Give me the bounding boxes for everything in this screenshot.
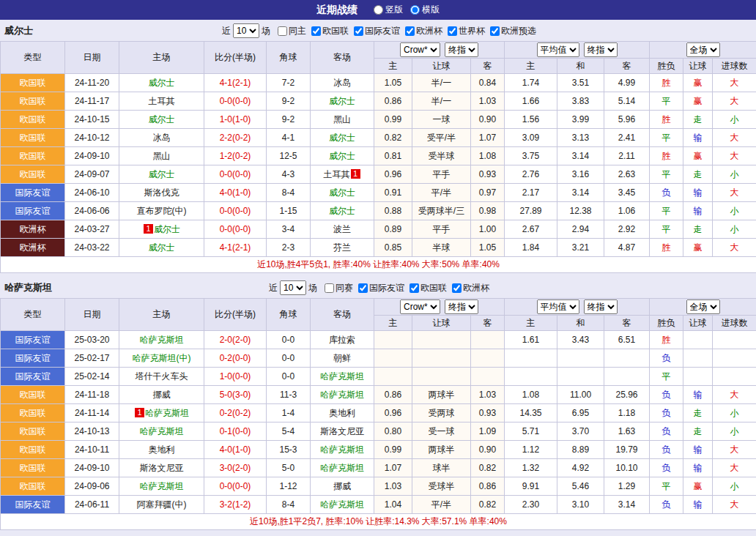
layout-radio-input-0[interactable]	[374, 5, 383, 15]
filter-checkbox-0[interactable]: 同赛	[325, 282, 353, 294]
subcol-avg-draw: 和	[557, 316, 604, 331]
corner-cell: 1-12	[267, 477, 311, 496]
match-count-select[interactable]: 10	[280, 280, 306, 295]
filter-checkbox-input-1[interactable]	[358, 283, 368, 293]
odds-stage-select[interactable]: 终指	[445, 299, 478, 314]
filter-checkbox-input-1[interactable]	[311, 26, 321, 36]
bookmaker-select[interactable]: Crow*	[400, 42, 440, 57]
team-name-text: 哈萨克斯坦	[145, 408, 189, 418]
avg-home-cell: 1.08	[505, 386, 557, 404]
layout-radio-input-1[interactable]	[410, 5, 420, 15]
result-goals-cell: 大	[713, 459, 756, 477]
date-cell: 24-10-12	[65, 129, 119, 147]
topbar: 近期战绩 竖版横版	[0, 0, 756, 20]
avg-draw-cell: 3.13	[557, 129, 604, 147]
average-select[interactable]: 平均值	[537, 299, 579, 314]
avg-draw-cell: 3.83	[557, 92, 604, 111]
avg-away-cell: 5.14	[604, 92, 650, 111]
result-goals-cell: 小	[713, 220, 756, 239]
result-handicap-cell	[683, 368, 713, 386]
home-team-cell: 塔什干火车头	[119, 368, 204, 386]
odds-away-cell: 0.82	[471, 496, 505, 514]
league-cell: 国际友谊	[1, 202, 65, 220]
table-row: 欧国联24-10-11奥地利4-0(1-0)15-3哈萨克斯坦0.99两球半0.…	[1, 441, 756, 459]
subcol-odds-home: 主	[374, 59, 412, 74]
average-stage-select[interactable]: 终指	[584, 42, 618, 57]
average-stage-select[interactable]: 终指	[584, 299, 618, 314]
team-name-text: 威尔士	[154, 224, 180, 234]
match-count-select[interactable]: 10	[233, 23, 259, 38]
date-cell: 24-03-22	[65, 239, 119, 257]
team-name-text: 威尔士	[149, 114, 175, 124]
team-name-text: 挪威	[333, 481, 351, 491]
result-wdl-cell: 胜	[650, 239, 683, 257]
odds-away-cell: 1.05	[471, 239, 505, 257]
away-team-cell: 朝鲜	[311, 349, 374, 368]
filter-checkbox-input-3[interactable]	[405, 26, 415, 36]
filter-checkbox-2[interactable]: 国际友谊	[354, 25, 400, 37]
filter-checkbox-5[interactable]: 欧洲预选	[490, 25, 536, 37]
team-name-text: 朝鲜	[333, 353, 351, 363]
home-team-cell: 奥地利	[119, 441, 204, 459]
league-cell: 国际友谊	[1, 368, 65, 386]
odds-away-cell: 0.90	[471, 441, 505, 459]
odds-away-cell: 0.93	[471, 165, 505, 184]
date-cell: 24-03-27	[65, 220, 119, 239]
result-goals-cell: 小	[713, 165, 756, 184]
league-cell: 欧洲杯	[1, 239, 65, 257]
filter-checkbox-4[interactable]: 世界杯	[448, 25, 485, 37]
avg-away-cell: 25.96	[604, 386, 650, 404]
date-cell: 24-09-07	[65, 165, 119, 184]
filter-bar: 近10场同主欧国联国际友谊欧洲杯世界杯欧洲预选	[0, 23, 756, 38]
team-name-text: 奥地利	[149, 444, 175, 455]
result-wdl-cell: 平	[650, 202, 683, 220]
avg-away-cell: 1.06	[604, 202, 650, 220]
avg-home-cell: 1.66	[505, 92, 557, 111]
filter-checkbox-input-5[interactable]	[490, 26, 500, 36]
bookmaker-select[interactable]: Crow*	[400, 299, 440, 314]
filter-checkbox-1[interactable]: 欧国联	[311, 25, 349, 37]
avg-draw-cell: 3.14	[557, 184, 604, 202]
filter-checkbox-input-0[interactable]	[278, 26, 287, 36]
layout-radio-0[interactable]: 竖版	[374, 4, 403, 16]
red-card-badge: 1	[351, 169, 360, 179]
result-wdl-cell: 负	[650, 459, 683, 477]
team-name-text: 哈萨克斯坦	[140, 426, 184, 436]
filter-checkbox-input-2[interactable]	[410, 283, 419, 293]
filter-checkbox-input-2[interactable]	[354, 26, 363, 36]
odds-away-cell: 1.00	[471, 220, 505, 239]
filter-checkbox-0[interactable]: 同主	[278, 25, 306, 37]
league-cell: 欧国联	[1, 111, 65, 129]
avg-away-cell: 6.51	[604, 331, 650, 349]
odds-stage-select[interactable]: 终指	[445, 42, 478, 57]
date-cell: 24-06-06	[65, 202, 119, 220]
avg-draw-cell: 5.46	[557, 477, 604, 496]
league-cell: 国际友谊	[1, 496, 65, 514]
away-team-cell: 黑山	[311, 111, 374, 129]
result-wdl-cell: 平	[650, 165, 683, 184]
avg-draw-cell: 6.95	[557, 404, 604, 423]
filter-checkbox-input-4[interactable]	[448, 26, 457, 36]
scope-select[interactable]: 全场	[686, 299, 720, 314]
layout-radio-1[interactable]: 横版	[410, 4, 440, 16]
filter-checkbox-input-0[interactable]	[325, 283, 334, 293]
summary-row: 近10场,胜4平5负1, 胜率:40% 让胜率:40% 大率:50% 单率:40…	[1, 257, 756, 273]
score-cell: 0-0(0-0)	[204, 220, 267, 239]
avg-draw-cell: 4.92	[557, 459, 604, 477]
filter-checkbox-3[interactable]: 欧洲杯	[405, 25, 442, 37]
filter-checkbox-input-3[interactable]	[452, 283, 462, 293]
result-goals-cell	[713, 368, 756, 386]
avg-draw-cell: 12.38	[557, 202, 604, 220]
avg-away-cell	[604, 349, 650, 368]
average-select[interactable]: 平均值	[537, 42, 579, 57]
subcol-avg-home: 主	[505, 316, 557, 331]
avg-draw-cell	[557, 349, 604, 368]
odds-handicap-cell: 半球	[412, 239, 471, 257]
scope-select[interactable]: 全场	[686, 42, 720, 57]
filter-checkbox-1[interactable]: 国际友谊	[358, 282, 404, 294]
odds-handicap-cell: 球半	[412, 459, 471, 477]
away-team-cell: 威尔士	[311, 184, 374, 202]
filter-checkbox-3[interactable]: 欧洲杯	[452, 282, 489, 294]
subcol-result-wdl: 胜负	[650, 59, 683, 74]
filter-checkbox-2[interactable]: 欧国联	[410, 282, 447, 294]
